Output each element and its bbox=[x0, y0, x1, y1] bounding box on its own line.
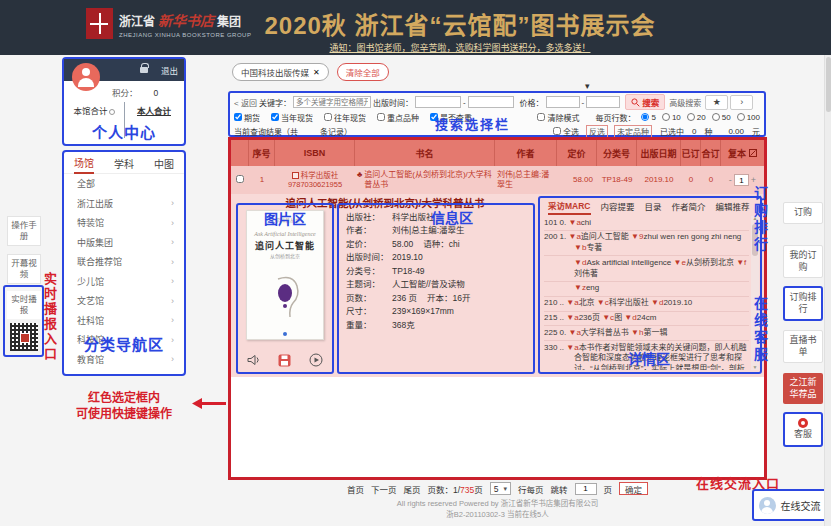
order-rank-button[interactable]: 订购排行 bbox=[783, 286, 823, 321]
rows-per-page-radio[interactable]: 5 bbox=[641, 113, 655, 122]
filter-checkbox[interactable]: 重点品种 bbox=[377, 112, 419, 123]
category-tab[interactable]: 场馆 bbox=[74, 151, 94, 174]
advanced-search-link[interactable]: 高级搜索 bbox=[669, 97, 701, 108]
book-info-row: 分类号： TP18-49 bbox=[346, 266, 526, 277]
live-broadcast-button[interactable]: 实时播报 bbox=[7, 291, 41, 319]
filter-checkbox[interactable]: 往年现货 bbox=[324, 112, 366, 123]
detail-tab[interactable]: 采访MARC bbox=[548, 199, 591, 215]
last-page-link[interactable]: 尾页 bbox=[403, 483, 420, 495]
annotation-personal-center: 个人中心 bbox=[64, 121, 184, 142]
copies-input[interactable] bbox=[734, 174, 749, 186]
chevron-down-icon[interactable]: ▾ bbox=[585, 81, 590, 91]
table-row-selected[interactable]: 1 科学出版社 9787030621955 ♣追问人工智能(从剑桥到北京)/大学… bbox=[231, 166, 764, 194]
detail-tab[interactable]: 编辑推荐 bbox=[716, 200, 750, 214]
my-total-link[interactable]: 本人合计 bbox=[124, 104, 184, 116]
book-info-row: 定价： 58.00 语种：chi bbox=[346, 239, 526, 250]
play-icon[interactable] bbox=[309, 353, 323, 367]
detail-region: 采访MARC 内容提要 目录 作者简介 编辑推荐 101 0. ▼achi bbox=[538, 196, 762, 374]
rows-per-page-radio[interactable]: 10 bbox=[662, 113, 681, 122]
online-chat-button[interactable]: 在线交流 bbox=[752, 489, 827, 521]
select-all-checkbox[interactable]: 全选 bbox=[553, 126, 579, 137]
pubdate-from-input[interactable] bbox=[415, 96, 461, 108]
detail-tab[interactable]: 内容提要 bbox=[601, 200, 635, 214]
detail-tab[interactable]: 目录 bbox=[645, 200, 662, 214]
first-page-link[interactable]: 首页 bbox=[347, 483, 364, 495]
clear-mode-checkbox[interactable]: 清除模式 bbox=[537, 112, 579, 123]
back-link[interactable]: < 返回 bbox=[234, 97, 257, 108]
marc-line: 215 .. ▼a236页 ▼c图 ▼d24cm bbox=[544, 312, 749, 327]
book-info-row: 主题词： 人工智能//普及读物 bbox=[346, 279, 526, 290]
marc-line: 210 .. ▼a北京 ▼c科学出版社 ▼d2019.10 bbox=[544, 297, 749, 312]
decrement-button[interactable]: - bbox=[729, 175, 732, 186]
pubdate-label: 出版时间： bbox=[373, 97, 413, 108]
category-item[interactable]: 少儿馆 › bbox=[64, 272, 184, 292]
price-to-input[interactable] bbox=[586, 96, 620, 108]
next-button[interactable]: › bbox=[730, 95, 753, 110]
notice-link[interactable]: 通知：图书馆老师，您辛苦啦，选购科学图书送积分，多选多送！ bbox=[250, 41, 670, 54]
table-header: 序号 ISBN 书名 作者 定价 分类号 出版日期 已订 合订 复本 bbox=[231, 140, 764, 166]
logo: 浙江省 新华书店 集团 ZHEJIANG XINHUA BOOKSTORE GR… bbox=[86, 8, 251, 39]
checkbox-input[interactable] bbox=[553, 127, 561, 135]
invert-select-button[interactable]: 反选 bbox=[586, 125, 608, 138]
rows-per-page-radio[interactable]: 20 bbox=[687, 113, 706, 122]
filter-tag-chip[interactable]: 中国科技出版传媒 ✕ bbox=[232, 63, 329, 81]
category-item[interactable]: 全部 bbox=[64, 174, 184, 194]
points-label: 积分： bbox=[112, 88, 138, 98]
checkbox-input[interactable] bbox=[271, 113, 279, 121]
filter-checkbox[interactable]: 期货 bbox=[234, 112, 260, 123]
row-checkbox[interactable] bbox=[236, 175, 244, 183]
category-item[interactable]: 中版集团 › bbox=[64, 233, 184, 253]
live-booklist-button[interactable]: 直播书单 bbox=[783, 330, 823, 363]
clear-all-button[interactable]: 清除全部 bbox=[337, 63, 389, 81]
category-item[interactable]: 特装馆 › bbox=[64, 213, 184, 233]
result-count-text: 当前查询结果（共条记录） bbox=[234, 126, 352, 137]
confirm-button[interactable]: 确定 bbox=[619, 482, 648, 495]
recommend-button[interactable]: 之江新华荐品 bbox=[783, 373, 823, 404]
increment-button[interactable]: + bbox=[751, 175, 756, 186]
per-page-select[interactable]: 5▾ bbox=[490, 482, 511, 495]
info-icon bbox=[109, 109, 115, 115]
checkbox-input[interactable] bbox=[324, 113, 332, 121]
close-icon[interactable]: ✕ bbox=[313, 68, 320, 77]
manual-button[interactable]: 操作手册 bbox=[7, 216, 41, 246]
price-from-input[interactable] bbox=[546, 96, 580, 108]
category-tab[interactable]: 中图 bbox=[154, 152, 174, 173]
my-order-button[interactable]: 我的订购 bbox=[783, 245, 823, 278]
favorite-button[interactable]: ★ bbox=[705, 95, 728, 110]
detail-tab[interactable]: 作者简介 bbox=[672, 200, 706, 214]
book-cover[interactable]: 大学科普丛书 Ask Artificial Intelligence 追问人工智… bbox=[246, 210, 324, 340]
category-item[interactable]: 联合推荐馆 › bbox=[64, 252, 184, 272]
category-item[interactable]: 文艺馆 › bbox=[64, 291, 184, 311]
jump-page-input[interactable] bbox=[575, 483, 597, 495]
next-page-link[interactable]: 下一页 bbox=[371, 483, 397, 495]
order-button[interactable]: 订购 bbox=[783, 202, 823, 224]
points: 积分：0 bbox=[112, 86, 158, 98]
save-icon[interactable] bbox=[278, 354, 291, 367]
filter-checkbox[interactable]: 当年现货 bbox=[271, 112, 313, 123]
chevron-right-icon: › bbox=[171, 315, 174, 325]
checkbox-input[interactable] bbox=[234, 113, 242, 121]
undecided-button[interactable]: 未定品种 bbox=[614, 125, 652, 138]
logout-link[interactable]: 退出 bbox=[161, 64, 178, 76]
opening-video-button[interactable]: 开幕视频 bbox=[7, 254, 41, 284]
search-button[interactable]: 搜索 bbox=[625, 94, 665, 110]
category-item[interactable]: 浙江出版 › bbox=[64, 194, 184, 214]
page-scrollbar[interactable] bbox=[824, 55, 831, 526]
rows-per-page-radio[interactable]: 100 bbox=[737, 113, 760, 122]
keyword-input[interactable] bbox=[293, 96, 371, 108]
checkbox-input[interactable] bbox=[377, 113, 385, 121]
category-tab[interactable]: 学科 bbox=[114, 152, 134, 173]
checkbox-input[interactable] bbox=[537, 113, 545, 121]
speaker-icon[interactable] bbox=[247, 354, 261, 366]
category-item[interactable]: 社科馆 › bbox=[64, 311, 184, 331]
avatar[interactable] bbox=[72, 63, 100, 91]
book-detail-panel: 追问人工智能(从剑桥到北京)/大学科普丛书 图片区 大学科普丛书 Ask Art… bbox=[231, 194, 764, 377]
lock-icon bbox=[140, 67, 148, 73]
customer-service-button[interactable]: 客服 bbox=[783, 412, 823, 447]
rows-per-page-radio[interactable]: 50 bbox=[712, 113, 731, 122]
library-total-link[interactable]: 本馆合计 bbox=[64, 104, 124, 116]
pubdate-to-input[interactable] bbox=[468, 96, 514, 108]
book-info-row: 页数： 236 页 开本：16开 bbox=[346, 293, 526, 304]
chevron-right-icon: › bbox=[171, 257, 174, 267]
rows-per-page-label: 每页行数： bbox=[595, 112, 635, 123]
